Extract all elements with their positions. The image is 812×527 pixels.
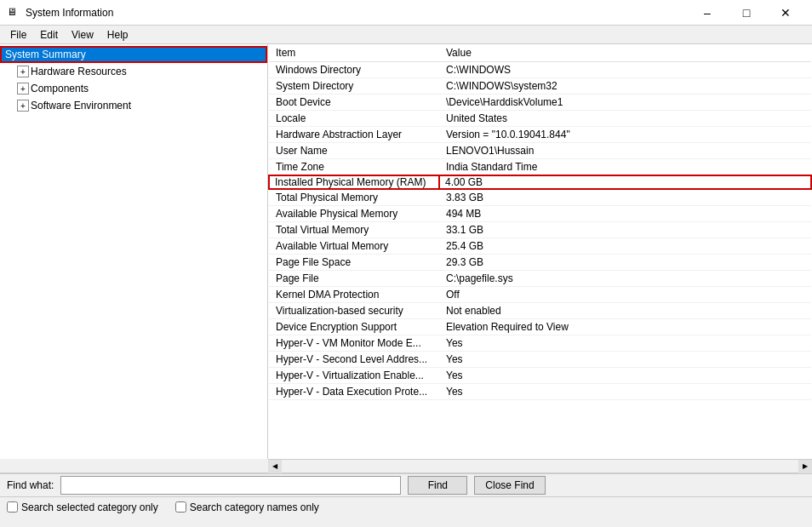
table-cell-value: Elevation Required to View [439,319,811,335]
table-row: LocaleUnited States [269,111,811,127]
close-button[interactable]: ✕ [766,0,805,26]
menu-view[interactable]: View [65,27,100,43]
table-cell-value: 29.3 GB [439,255,811,271]
col-header-value: Value [439,44,811,62]
table-cell-item: Hyper-V - Data Execution Prote... [269,384,439,400]
search-selected-text: Search selected category only [21,501,158,513]
tree-item-software-environment[interactable]: + Software Environment [0,97,267,114]
menu-edit[interactable]: Edit [33,27,65,43]
table-cell-item: User Name [269,143,439,159]
tree-expand-hardware[interactable]: + [17,66,29,77]
table-cell-value: C:\WINDOWS\system32 [439,78,811,95]
table-row: Page FileC:\pagefile.sys [269,271,811,287]
search-names-checkbox[interactable] [175,501,186,513]
tree-item-system-summary[interactable]: System Summary [0,46,267,63]
table-row: Page File Space29.3 GB [269,255,811,271]
search-names-label[interactable]: Search category names only [175,501,319,513]
col-header-item: Item [269,44,439,62]
table-row: Hyper-V - Virtualization Enable...Yes [269,368,811,384]
tree-item-hardware-resources[interactable]: + Hardware Resources [0,63,267,80]
table-cell-value: Yes [439,368,811,384]
table-row: Installed Physical Memory (RAM)4.00 GB [269,175,811,189]
window-controls: – □ ✕ [688,0,805,26]
table-cell-value: C:\WINDOWS [439,62,811,78]
table-row: Hyper-V - Second Level Addres...Yes [269,352,811,368]
table-cell-item: Windows Directory [269,62,439,78]
tree-item-components[interactable]: + Components [0,80,267,97]
search-selected-checkbox[interactable] [7,501,18,513]
table-cell-value: 494 MB [439,206,811,222]
table-cell-item: Hyper-V - VM Monitor Mode E... [269,335,439,352]
table-cell-item: Hardware Abstraction Layer [269,127,439,143]
close-find-button[interactable]: Close Find [474,476,545,495]
find-input[interactable] [60,476,401,495]
table-cell-value: India Standard Time [439,159,811,176]
menu-bar: File Edit View Help [0,26,812,44]
table-cell-item: Virtualization-based security [269,303,439,319]
hscroll-left-arrow[interactable]: ◀ [268,460,282,473]
table-cell-item: Total Physical Memory [269,189,439,206]
table-row: User NameLENOVO1\Hussain [269,143,811,159]
table-row: Hyper-V - VM Monitor Mode E...Yes [269,335,811,352]
table-cell-value: United States [439,111,811,127]
search-selected-label[interactable]: Search selected category only [7,501,158,513]
app-icon: 🖥 [7,6,20,20]
table-row: Virtualization-based securityNot enabled [269,303,811,319]
table-cell-value: Version = "10.0.19041.844" [439,127,811,143]
table-row: Windows DirectoryC:\WINDOWS [269,62,811,78]
tree-label-system-summary: System Summary [5,49,86,60]
checkbox-bar: Search selected category only Search cat… [0,496,812,517]
info-panel[interactable]: Item Value Windows DirectoryC:\WINDOWSSy… [268,44,812,459]
table-cell-item: Page File Space [269,255,439,271]
table-row: Time ZoneIndia Standard Time [269,159,811,176]
table-cell-value: Yes [439,335,811,352]
tree-label-software-environment: Software Environment [31,100,131,112]
table-cell-value: LENOVO1\Hussain [439,143,811,159]
table-cell-item: Boot Device [269,95,439,111]
table-cell-value: 4.00 GB [439,175,811,189]
table-row: Kernel DMA ProtectionOff [269,287,811,303]
table-cell-item: Hyper-V - Virtualization Enable... [269,368,439,384]
tree-expand-software[interactable]: + [17,100,29,112]
table-cell-item: Installed Physical Memory (RAM) [269,175,439,189]
table-row: Available Virtual Memory25.4 GB [269,238,811,255]
hscroll-track[interactable] [282,460,798,473]
table-cell-item: Locale [269,111,439,127]
title-bar: 🖥 System Information – □ ✕ [0,0,812,26]
table-cell-value: 33.1 GB [439,222,811,238]
main-container: System Summary + Hardware Resources + Co… [0,44,812,459]
menu-help[interactable]: Help [100,27,135,43]
table-cell-value: Off [439,287,811,303]
find-label: Find what: [7,479,54,491]
table-cell-value: Yes [439,352,811,368]
maximize-button[interactable]: □ [727,0,766,26]
tree-expand-components[interactable]: + [17,83,29,95]
minimize-button[interactable]: – [688,0,727,26]
table-cell-item: Available Virtual Memory [269,238,439,255]
table-cell-value: Yes [439,384,811,400]
table-row: Device Encryption SupportElevation Requi… [269,319,811,335]
table-cell-item: Page File [269,271,439,287]
tree-panel: System Summary + Hardware Resources + Co… [0,44,268,459]
table-row: Total Physical Memory3.83 GB [269,189,811,206]
info-table: Item Value Windows DirectoryC:\WINDOWSSy… [268,44,812,400]
menu-file[interactable]: File [3,27,33,43]
table-cell-item: Time Zone [269,159,439,176]
search-names-text: Search category names only [190,501,319,513]
table-row: Boot Device\Device\HarddiskVolume1 [269,95,811,111]
table-row: Hyper-V - Data Execution Prote...Yes [269,384,811,400]
table-cell-value: Not enabled [439,303,811,319]
table-cell-value: \Device\HarddiskVolume1 [439,95,811,111]
horizontal-scrollbar[interactable]: ◀ ▶ [268,459,812,473]
tree-label-components: Components [31,83,89,95]
table-row: Total Virtual Memory33.1 GB [269,222,811,238]
window-title: System Information [26,7,688,19]
hscroll-right-arrow[interactable]: ▶ [798,460,812,473]
find-button[interactable]: Find [408,476,467,495]
tree-label-hardware-resources: Hardware Resources [31,66,127,77]
table-cell-value: 3.83 GB [439,189,811,206]
table-cell-value: C:\pagefile.sys [439,271,811,287]
table-cell-item: Available Physical Memory [269,206,439,222]
table-row: Hardware Abstraction LayerVersion = "10.… [269,127,811,143]
table-cell-item: Kernel DMA Protection [269,287,439,303]
